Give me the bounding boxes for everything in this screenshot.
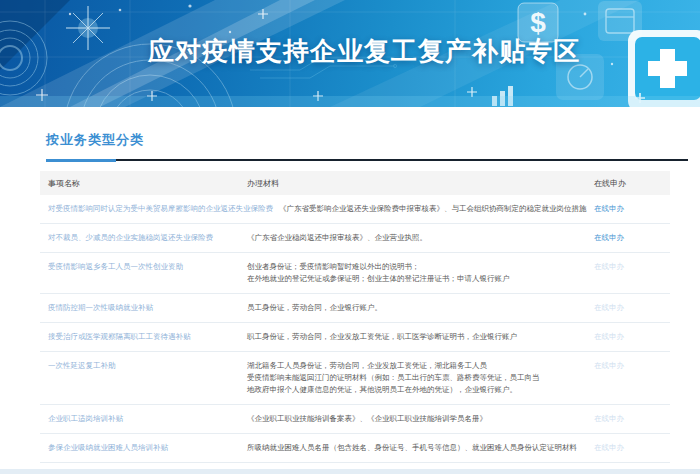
online-apply-link[interactable]: 在线申办 [594, 233, 624, 242]
materials-text: 员工身份证，劳动合同，企业银行账户。 [247, 302, 594, 314]
table-row: 参保企业吸纳就业困难人员培训补贴 所吸纳就业困难人员名册（包含姓名、身份证号、手… [40, 434, 670, 463]
subsidy-table: 事项名称 办理材料 在线申办 对受疫情影响同时认定为受中美贸易摩擦影响的企业返还… [40, 171, 670, 474]
online-apply-link: 在线申办 [594, 262, 624, 271]
materials-text: 《广东省企业稳岗返还申报审核表》、企业营业执照。 [247, 232, 594, 244]
table-row: 接受治疗或医学观察隔离职工工资待遇补贴 职工身份证，劳动合同，企业发放工资凭证，… [40, 323, 670, 352]
table-row: 受疫情影响返乡务工人员一次性创业资助 创业者身份证；受疫情影响暂时难以外出的说明… [40, 253, 670, 294]
online-apply-link[interactable]: 在线申办 [594, 204, 624, 213]
online-apply-link: 在线申办 [594, 443, 624, 452]
materials-text: 《广东省受影响企业返还失业保险费申报审核表》、与工会组织协商制定的稳定就业岗位措… [279, 203, 594, 215]
materials-text: 创业者身份证；受疫情影响暂时难以外出的说明书；在外地就业的登记凭证或参保证明；创… [247, 261, 594, 285]
table-row: 疫情防控期一次性吸纳就业补贴 员工身份证，劳动合同，企业银行账户。 在线申办 [40, 294, 670, 323]
item-name-link[interactable]: 疫情防控期一次性吸纳就业补贴 [48, 303, 153, 312]
header-materials: 办理材料 [247, 178, 594, 189]
medical-cross-icon [628, 30, 700, 107]
banner-bottom-band [0, 96, 700, 107]
table-row: 对受疫情影响同时认定为受中美贸易摩擦影响的企业返还失业保险费 《广东省受影响企业… [40, 195, 670, 224]
item-name-link[interactable]: 对受疫情影响同时认定为受中美贸易摩擦影响的企业返还失业保险费 [48, 204, 273, 213]
materials-text: 职工身份证，劳动合同，企业发放工资凭证，职工医学诊断证明书，企业银行账户 [247, 331, 594, 343]
divider-dark-line [46, 159, 688, 161]
item-name-link[interactable]: 受疫情影响返乡务工人员一次性创业资助 [48, 262, 183, 271]
banner: $ 应对疫情支持企业复工复产补贴专区 [0, 0, 700, 107]
table-row: 企业职工适岗培训补贴 《企业职工职业技能培训备案表》、《企业职工职业技能培训学员… [40, 405, 670, 434]
starburst-icon [66, 6, 110, 50]
materials-text: 《企业职工职业技能培训备案表》、《企业职工职业技能培训学员名册》 [247, 413, 594, 425]
item-name-link[interactable]: 对不裁员、少减员的企业实施稳岗返还失业保险费 [48, 233, 213, 242]
item-name-link[interactable]: 企业职工适岗培训补贴 [48, 414, 123, 423]
table-row: 对不裁员、少减员的企业实施稳岗返还失业保险费 《广东省企业稳岗返还申报审核表》、… [40, 224, 670, 253]
header-online-apply: 在线申办 [594, 178, 670, 189]
table-body: 对受疫情影响同时认定为受中美贸易摩擦影响的企业返还失业保险费 《广东省受影响企业… [40, 195, 670, 474]
online-apply-link: 在线申办 [594, 303, 624, 312]
corner-shadow [0, 0, 70, 70]
bottom-strip [0, 469, 700, 474]
online-apply-link: 在线申办 [594, 414, 624, 423]
divider-accent-line [46, 159, 116, 162]
materials-text: 所吸纳就业困难人员名册（包含姓名、身份证号、手机号等信息）、就业困难人员身份认定… [247, 442, 594, 454]
item-name-link[interactable]: 参保企业吸纳就业困难人员培训补贴 [48, 443, 168, 452]
header-item-name: 事项名称 [40, 178, 247, 189]
item-name-link[interactable]: 接受治疗或医学观察隔离职工工资待遇补贴 [48, 332, 191, 341]
page-title: 应对疫情支持企业复工复产补贴专区 [148, 34, 580, 69]
section-title: 按业务类型分类 [46, 131, 688, 149]
table-row: 一次性延迟复工补助 湖北籍务工人员身份证，劳动合同，企业发放工资凭证，湖北籍务工… [40, 352, 670, 405]
materials-text: 湖北籍务工人员身份证，劳动合同，企业发放工资凭证，湖北籍务工人员受疫情影响未能返… [247, 360, 594, 396]
content-area: 按业务类型分类 事项名称 办理材料 在线申办 对受疫情影响同时认定为受中美贸易摩… [0, 107, 700, 474]
online-apply-link: 在线申办 [594, 332, 624, 341]
item-name-link[interactable]: 一次性延迟复工补助 [48, 361, 116, 370]
online-apply-link: 在线申办 [594, 361, 624, 370]
section-divider [46, 159, 688, 162]
table-header-row: 事项名称 办理材料 在线申办 [40, 171, 670, 195]
